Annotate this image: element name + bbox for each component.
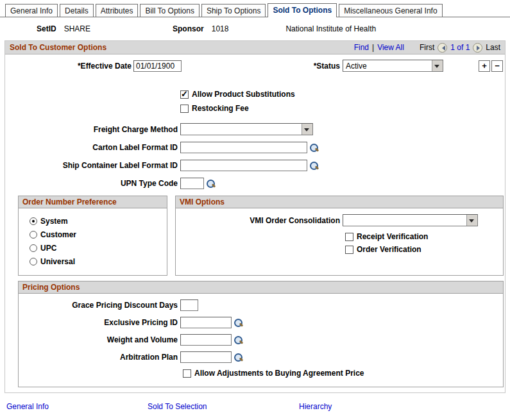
allow-adjustments-row: Allow Adjustments to Buying Agreement Pr… bbox=[183, 369, 503, 378]
upn-type-code-input[interactable] bbox=[180, 178, 204, 189]
receipt-verification-checkbox[interactable] bbox=[345, 233, 353, 241]
status-label: *Status bbox=[182, 62, 340, 71]
customer-radio-row: Customer bbox=[30, 230, 162, 239]
sponsor-id-value: 1018 bbox=[212, 24, 229, 33]
related-links: General Info Sold To Selection Hierarchy… bbox=[6, 402, 510, 420]
sponsor-name-value: National Institute of Health bbox=[285, 24, 376, 33]
exclusive-pricing-id-row: Exclusive Pricing ID bbox=[19, 317, 503, 328]
section-title: Sold To Customer Options bbox=[10, 43, 106, 52]
exclusive-pricing-id-input[interactable] bbox=[180, 317, 232, 328]
vmi-options-group: VMI Options VMI Order Consolidation Rece… bbox=[175, 196, 504, 276]
allow-product-substitutions-row: Allow Product Substitutions bbox=[180, 90, 505, 99]
tab-details[interactable]: Details bbox=[60, 4, 94, 17]
upn-type-code-row: UPN Type Code bbox=[5, 178, 505, 189]
customer-radio[interactable] bbox=[30, 231, 37, 239]
allow-product-substitutions-label: Allow Product Substitutions bbox=[192, 90, 295, 99]
carton-label-format-id-row: Carton Label Format ID bbox=[5, 142, 505, 153]
upc-radio-label: UPC bbox=[40, 244, 56, 253]
tab-bill-to-options[interactable]: Bill To Options bbox=[140, 4, 199, 17]
find-link[interactable]: Find bbox=[354, 43, 369, 52]
grace-pricing-discount-days-input[interactable] bbox=[180, 299, 198, 311]
universal-radio-row: Universal bbox=[30, 257, 162, 266]
upn-type-code-label: UPN Type Code bbox=[5, 179, 178, 188]
page: General Info Details Attributes Bill To … bbox=[0, 0, 510, 420]
delete-row-button[interactable]: − bbox=[491, 60, 503, 72]
section-header: Sold To Customer Options Find | View All… bbox=[5, 41, 505, 55]
freight-charge-method-value bbox=[181, 124, 302, 135]
add-row-button[interactable]: + bbox=[479, 60, 490, 72]
row-action-buttons: + − bbox=[479, 60, 503, 72]
order-number-preference-group: Order Number Preference System Customer … bbox=[18, 196, 167, 276]
carton-label-format-id-lookup-icon[interactable] bbox=[309, 143, 319, 153]
freight-charge-method-select[interactable] bbox=[180, 123, 313, 135]
sponsor-label: Sponsor bbox=[173, 24, 204, 33]
tab-attributes[interactable]: Attributes bbox=[96, 4, 139, 17]
status-select-value: Active bbox=[343, 60, 432, 71]
arbitration-plan-row: Arbitration Plan bbox=[19, 351, 503, 363]
freight-charge-method-row: Freight Charge Method bbox=[5, 123, 505, 135]
restocking-fee-label: Restocking Fee bbox=[192, 104, 249, 113]
weight-and-volume-lookup-icon[interactable] bbox=[234, 335, 243, 345]
tab-sold-to-options[interactable]: Sold To Options bbox=[268, 3, 337, 17]
grace-pricing-discount-days-label: Grace Pricing Discount Days bbox=[19, 301, 178, 310]
view-all-link[interactable]: View All bbox=[377, 43, 404, 52]
tab-ship-to-options[interactable]: Ship To Options bbox=[201, 4, 266, 17]
nav-separator: | bbox=[372, 43, 374, 52]
vmi-options-title: VMI Options bbox=[176, 196, 503, 208]
first-label[interactable]: First bbox=[420, 43, 434, 52]
system-radio[interactable] bbox=[30, 217, 37, 225]
order-verification-row: Order Verification bbox=[345, 245, 503, 254]
carton-label-format-id-label: Carton Label Format ID bbox=[5, 143, 178, 152]
hierarchy-link[interactable]: Hierarchy bbox=[299, 402, 510, 411]
vmi-order-consolidation-select[interactable] bbox=[343, 214, 478, 226]
restocking-fee-checkbox[interactable] bbox=[180, 105, 189, 113]
arbitration-plan-label: Arbitration Plan bbox=[19, 353, 178, 362]
ship-container-label-format-id-lookup-icon[interactable] bbox=[309, 161, 319, 171]
ship-container-label-format-id-input[interactable] bbox=[180, 160, 307, 171]
vmi-order-consolidation-value bbox=[343, 215, 466, 226]
status-select[interactable]: Active bbox=[343, 60, 443, 72]
universal-radio-label: Universal bbox=[40, 257, 75, 266]
setid-value: SHARE bbox=[64, 24, 90, 33]
effective-date-label: *Effective Date bbox=[5, 62, 132, 71]
upn-type-code-lookup-icon[interactable] bbox=[206, 179, 216, 189]
tab-miscellaneous-general-info[interactable]: Miscellaneous General Info bbox=[339, 4, 442, 17]
allow-adjustments-label: Allow Adjustments to Buying Agreement Pr… bbox=[194, 369, 364, 378]
arbitration-plan-input[interactable] bbox=[180, 351, 232, 363]
allow-product-substitutions-checkbox[interactable] bbox=[180, 90, 189, 99]
setid-label: SetID bbox=[37, 24, 56, 33]
upc-radio-row: UPC bbox=[30, 244, 162, 253]
preference-and-vmi-row: Order Number Preference System Customer … bbox=[18, 196, 505, 276]
weight-and-volume-row: Weight and Volume bbox=[19, 334, 503, 346]
universal-radio[interactable] bbox=[30, 258, 37, 265]
effective-date-input[interactable] bbox=[133, 60, 182, 72]
scroll-navigation: Find | View All First 1 of 1 Last bbox=[354, 43, 500, 53]
sold-to-customer-options-section: Sold To Customer Options Find | View All… bbox=[4, 40, 506, 393]
exclusive-pricing-id-lookup-icon[interactable] bbox=[234, 318, 243, 328]
exclusive-pricing-id-label: Exclusive Pricing ID bbox=[19, 318, 178, 327]
receipt-verification-label: Receipt Verification bbox=[357, 232, 428, 241]
pricing-options-title: Pricing Options bbox=[19, 281, 503, 294]
ship-container-label-format-id-row: Ship Container Label Format ID bbox=[5, 160, 505, 171]
system-radio-label: System bbox=[40, 217, 68, 226]
general-info-link[interactable]: General Info bbox=[6, 402, 148, 411]
tab-general-info[interactable]: General Info bbox=[5, 4, 58, 17]
arbitration-plan-lookup-icon[interactable] bbox=[234, 353, 243, 362]
next-row-icon[interactable] bbox=[473, 43, 482, 53]
previous-row-icon[interactable] bbox=[438, 43, 447, 53]
dropdown-arrow-icon bbox=[302, 124, 312, 135]
carton-label-format-id-input[interactable] bbox=[180, 142, 307, 153]
system-radio-row: System bbox=[30, 217, 162, 226]
sold-to-selection-link[interactable]: Sold To Selection bbox=[148, 402, 299, 411]
last-label[interactable]: Last bbox=[486, 43, 500, 52]
grace-pricing-discount-days-row: Grace Pricing Discount Days bbox=[19, 299, 503, 311]
tab-bar: General Info Details Attributes Bill To … bbox=[0, 0, 510, 17]
order-number-preference-title: Order Number Preference bbox=[19, 196, 167, 208]
restocking-fee-row: Restocking Fee bbox=[180, 104, 505, 113]
effective-date-row: *Effective Date *Status Active + − bbox=[5, 60, 505, 72]
weight-and-volume-label: Weight and Volume bbox=[19, 335, 178, 344]
order-verification-checkbox[interactable] bbox=[345, 246, 353, 254]
weight-and-volume-input[interactable] bbox=[180, 334, 232, 346]
upc-radio[interactable] bbox=[30, 244, 37, 252]
allow-adjustments-checkbox[interactable] bbox=[183, 369, 191, 378]
